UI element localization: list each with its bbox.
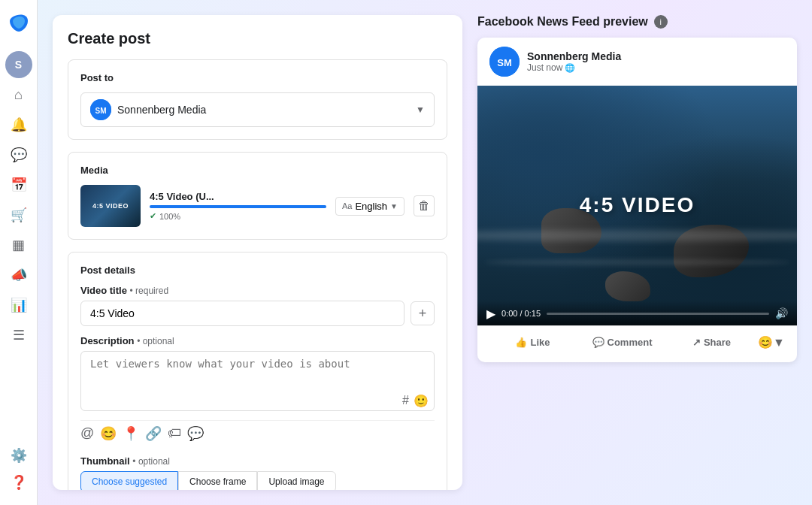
description-wrap: # 🙂 [80,351,435,414]
tab-choose-suggested[interactable]: Choose suggested [80,471,178,490]
media-thumbnail: 4:5 VIDEO [80,185,141,227]
location-icon[interactable]: 📍 [123,425,139,442]
page-name: Sonnenberg Media [117,104,410,116]
progress-bar [150,205,326,208]
media-label: Media [80,165,435,176]
like-button[interactable]: 👍 Like [489,332,576,352]
share-icon: ↗ [692,337,701,348]
megaphone-icon[interactable]: 📣 [5,262,32,289]
create-post-panel: Create post Post to SM Sonnenberg Media … [53,15,462,490]
hashtag-icon[interactable]: # [402,394,409,408]
comment-icon: 💬 [592,337,604,348]
shop-icon[interactable]: 🛒 [5,201,32,228]
link-icon[interactable]: 🔗 [145,425,162,442]
media-item: 4:5 VIDEO 4:5 Video (U... ✔ 100% Aa Engl… [80,185,435,227]
language-value: English [355,201,387,212]
fb-timestamp: Just now 🌐 [527,62,621,73]
post-to-section: Post to SM Sonnenberg Media ▼ [68,59,447,140]
table-icon[interactable]: ▦ [5,231,32,259]
reactions-icon: 😊▼ [758,335,785,349]
chart-icon[interactable]: 📊 [5,292,32,319]
menu-icon[interactable]: ☰ [5,322,32,349]
language-select[interactable]: Aa English ▼ [335,197,404,216]
preview-title: Facebook News Feed preview [477,15,648,29]
share-button[interactable]: ↗ Share [668,332,755,352]
tab-upload-image[interactable]: Upload image [257,471,335,490]
panel-title: Create post [68,30,447,47]
post-to-label: Post to [80,72,435,83]
input-toolbar: @ 😊 📍 🔗 🏷 💬 [80,420,435,446]
video-progress-track[interactable] [547,313,769,315]
svg-text:SM: SM [95,107,107,115]
preview-header: Facebook News Feed preview i [477,15,797,29]
wave-2 [484,259,791,265]
thumbnail-label: Thumbnail • optional [80,455,435,467]
wave-1 [477,230,797,241]
video-title-row: + [80,301,435,326]
main-content: Create post Post to SM Sonnenberg Media … [38,0,812,505]
progress-fill [150,205,326,208]
more-options-button[interactable]: 😊▼ [758,329,785,356]
media-section: Media 4:5 VIDEO 4:5 Video (U... ✔ 100% [68,152,447,240]
lang-dropdown-icon: ▼ [390,202,398,210]
page-avatar: SM [90,99,111,120]
fb-card-header: SM Sonnenberg Media Just now 🌐 [477,38,797,86]
emoji-toolbar-icon[interactable]: 😊 [100,425,117,442]
settings-icon[interactable]: ⚙️ [5,442,32,469]
fb-video-player[interactable]: 4:5 VIDEO ▶ 0:00 / 0:15 🔊 [477,86,797,325]
add-title-button[interactable]: + [411,301,435,325]
fb-page-info: Sonnenberg Media Just now 🌐 [527,50,621,73]
home-icon[interactable]: ⌂ [5,81,32,108]
svg-text:SM: SM [497,57,512,68]
app-logo[interactable] [7,9,31,36]
calendar-icon[interactable]: 📅 [5,171,32,198]
mention-icon[interactable]: @ [80,425,94,442]
video-title-input[interactable] [80,301,404,326]
bell-icon[interactable]: 🔔 [5,111,32,138]
description-label: Description • optional [80,335,435,346]
fb-actions: 👍 Like 💬 Comment ↗ Share 😊▼ [477,325,797,362]
comment-button[interactable]: 💬 Comment [579,332,665,352]
emoji-icon[interactable]: 🙂 [414,394,429,408]
flag-icon[interactable]: 🏷 [168,425,181,442]
video-controls: ▶ 0:00 / 0:15 🔊 [477,301,797,325]
sidebar: S ⌂ 🔔 💬 📅 🛒 ▦ 📣 📊 ☰ ⚙️ ❓ [0,0,38,505]
textarea-actions: # 🙂 [402,394,429,408]
media-filename: 4:5 Video (U... [150,191,326,202]
volume-button[interactable]: 🔊 [775,307,788,319]
video-overlay-text: 4:5 VIDEO [580,193,695,217]
video-title-label: Video title • required [80,285,435,296]
media-thumb-label: 4:5 VIDEO [92,202,129,210]
time-display: 0:00 / 0:15 [501,309,541,318]
more-icon[interactable]: 💬 [187,425,204,442]
fb-page-name: Sonnenberg Media [527,50,621,62]
preview-panel: Facebook News Feed preview i SM Sonnenbe… [477,15,797,490]
progress-label: ✔ 100% [150,211,326,221]
thumbnail-tabs: Choose suggested Choose frame Upload ima… [80,471,435,490]
description-input[interactable] [80,351,435,411]
check-icon: ✔ [150,211,156,221]
info-icon[interactable]: i [654,15,668,29]
delete-media-button[interactable]: 🗑 [414,195,435,216]
fb-page-avatar: SM [489,47,520,77]
tab-choose-frame[interactable]: Choose frame [178,471,257,490]
play-button[interactable]: ▶ [486,307,495,321]
chat-icon[interactable]: 💬 [5,141,32,168]
fb-preview-card: SM Sonnenberg Media Just now 🌐 [477,38,797,362]
help-icon[interactable]: ❓ [5,469,32,496]
globe-icon: 🌐 [565,63,575,73]
dropdown-arrow-icon: ▼ [416,104,425,115]
post-details-label: Post details [80,265,435,276]
media-info: 4:5 Video (U... ✔ 100% [150,191,326,221]
user-avatar[interactable]: S [5,51,32,78]
post-to-dropdown[interactable]: SM Sonnenberg Media ▼ [80,92,435,127]
like-icon: 👍 [515,337,527,348]
lang-label-icon: Aa [342,201,352,210]
post-details-section: Post details Video title • required + De… [68,252,447,490]
